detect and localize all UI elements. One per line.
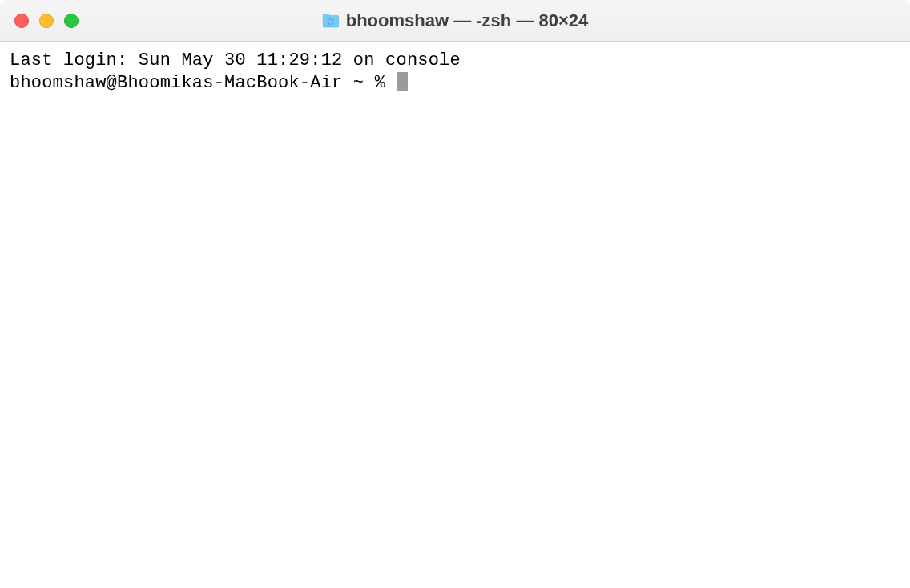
title-container: bhoomshaw — -zsh — 80×24 xyxy=(322,10,589,31)
traffic-lights xyxy=(14,14,79,28)
titlebar[interactable]: bhoomshaw — -zsh — 80×24 xyxy=(0,0,910,42)
terminal-body[interactable]: Last login: Sun May 30 11:29:12 on conso… xyxy=(0,42,910,588)
minimize-button[interactable] xyxy=(39,14,54,28)
zoom-button[interactable] xyxy=(64,14,79,28)
last-login-line: Last login: Sun May 30 11:29:12 on conso… xyxy=(10,50,461,70)
close-button[interactable] xyxy=(14,14,29,28)
terminal-window: bhoomshaw — -zsh — 80×24 Last login: Sun… xyxy=(0,0,910,588)
cursor xyxy=(397,72,408,91)
folder-icon xyxy=(322,14,340,28)
window-title: bhoomshaw — -zsh — 80×24 xyxy=(346,10,589,31)
shell-prompt: bhoomshaw@Bhoomikas-MacBook-Air ~ % xyxy=(10,73,396,93)
